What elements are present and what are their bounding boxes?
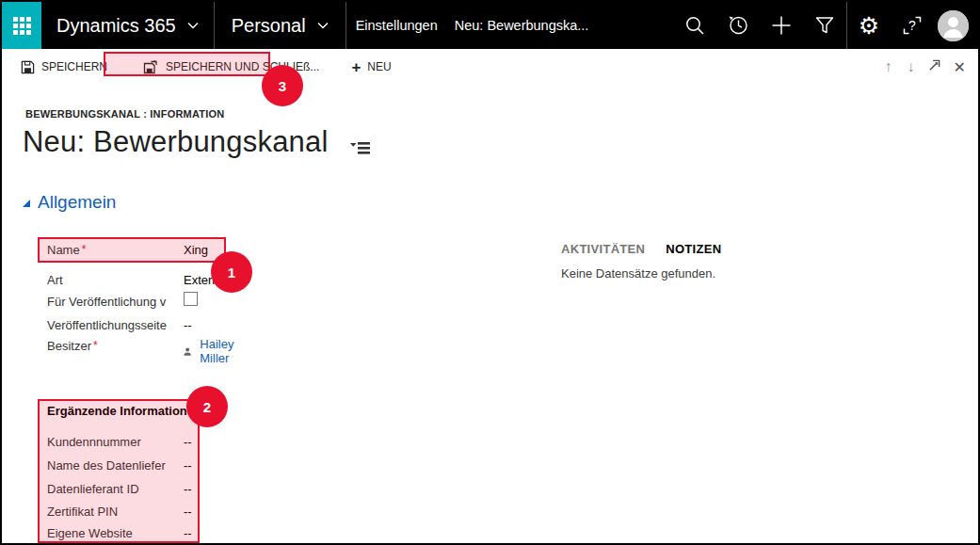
next-record-arrow-icon[interactable]: ↓ — [905, 58, 918, 75]
save-button-label: SPEICHERN — [41, 60, 107, 73]
divider — [345, 2, 346, 49]
section-allgemein-header[interactable]: Allgemein — [23, 192, 116, 213]
area-name-label: Personal — [232, 15, 306, 37]
entity-type-label: BEWERBUNGSKANAL : INFORMATION — [25, 108, 224, 120]
field-row-name: Name* Xing — [47, 243, 181, 257]
field-value-eigene-website[interactable]: -- — [184, 526, 192, 540]
field-row-veroeffentlichung: Für Veröffentlichung v — [47, 295, 181, 309]
save-and-close-button-label: SPEICHERN UND SCHLIEß... — [166, 60, 319, 73]
field-label-besitzer: Besitzer* — [47, 339, 181, 353]
required-marker: * — [82, 243, 87, 256]
save-button[interactable]: SPEICHERN — [9, 53, 119, 81]
field-row-datenlieferant-name: Name des Datenliefer -- — [47, 458, 181, 473]
search-icon[interactable] — [673, 2, 716, 49]
collapse-triangle-icon — [23, 200, 30, 207]
related-tabs: AKTIVITÄTEN NOTIZEN — [561, 242, 721, 256]
tab-notizen[interactable]: NOTIZEN — [666, 242, 721, 256]
save-and-close-button[interactable]: SPEICHERN UND SCHLIEß... — [132, 53, 330, 81]
field-row-eigene-website: Eigene Website -- — [47, 526, 181, 540]
field-value-name[interactable]: Xing — [184, 243, 208, 257]
field-label-veroeffentlichung: Für Veröffentlichung v — [47, 295, 181, 309]
area-switcher-personal[interactable]: Personal — [232, 15, 329, 37]
empty-records-message: Keine Datensätze gefunden. — [561, 266, 715, 281]
new-button[interactable]: + NEU — [340, 53, 402, 81]
filter-funnel-icon[interactable] — [803, 2, 846, 49]
field-row-zertifikat-pin: Zertifikat PIN -- — [47, 505, 181, 519]
field-label-name: Name* — [47, 243, 181, 257]
settings-gear-icon[interactable]: ⚙ — [847, 2, 891, 49]
user-avatar[interactable] — [938, 10, 969, 41]
field-row-art: Art Extern — [47, 273, 181, 287]
close-icon[interactable]: ✕ — [951, 58, 969, 76]
dynamics-365-window: Dynamics 365 Personal Einstellungen Neu:… — [0, 0, 980, 545]
app-name-label: Dynamics 365 — [56, 15, 176, 37]
command-bar: SPEICHERN SPEICHERN UND SCHLIEß... + NEU… — [2, 49, 978, 85]
field-value-datenlieferant-name[interactable]: -- — [184, 458, 192, 473]
plus-icon: + — [351, 59, 361, 75]
required-marker: * — [93, 339, 98, 352]
divider — [214, 2, 215, 49]
field-value-art[interactable]: Extern — [184, 273, 219, 287]
field-label-eigene-website: Eigene Website — [47, 526, 181, 540]
veroeffentlichung-checkbox[interactable] — [184, 292, 198, 306]
field-row-veroeffentlichungsseite: Veröffentlichungsseite -- — [47, 318, 181, 332]
previous-record-arrow-icon[interactable]: ↑ — [882, 58, 895, 75]
help-icon[interactable]: ? — [891, 2, 934, 49]
app-switcher-dynamics365[interactable]: Dynamics 365 — [56, 15, 199, 37]
quick-create-plus-icon[interactable] — [760, 2, 803, 49]
new-button-label: NEU — [367, 60, 391, 73]
field-value-datenlieferant-id[interactable]: -- — [184, 482, 192, 496]
field-row-datenlieferant-id: Datenlieferant ID -- — [47, 482, 181, 496]
field-row-besitzer: Besitzer* Hailey Miller — [47, 339, 181, 353]
top-navigation-bar: Dynamics 365 Personal Einstellungen Neu:… — [2, 2, 978, 49]
field-value-veroeffentlichungsseite[interactable]: -- — [184, 318, 192, 332]
section-allgemein-label: Allgemein — [38, 192, 116, 213]
field-label-datenlieferant-id: Datenlieferant ID — [47, 482, 181, 496]
save-icon — [21, 60, 35, 74]
recently-viewed-icon[interactable] — [716, 2, 760, 49]
svg-text:?: ? — [908, 18, 916, 33]
avatar-silhouette-icon — [938, 10, 969, 41]
field-label-art: Art — [47, 273, 181, 287]
chevron-down-icon — [317, 22, 329, 29]
field-label-veroeffentlichungsseite: Veröffentlichungsseite — [47, 318, 181, 332]
waffle-icon — [13, 17, 31, 35]
app-launcher-button[interactable] — [2, 2, 41, 49]
breadcrumb-einstellungen[interactable]: Einstellungen — [356, 18, 438, 33]
field-label-datenlieferant-name: Name des Datenliefer — [47, 458, 181, 473]
save-and-close-icon — [143, 59, 159, 74]
field-label-zertifikat-pin: Zertifikat PIN — [47, 505, 181, 519]
subsection-title: Ergänzende Informationen — [47, 404, 201, 418]
breadcrumb-current-record[interactable]: Neu: Bewerbungska... — [455, 18, 589, 33]
tab-aktivitaeten[interactable]: AKTIVITÄTEN — [561, 242, 645, 256]
field-row-kundennummer: Kundennnummer -- — [47, 435, 181, 449]
chevron-down-icon — [187, 22, 199, 29]
person-icon — [184, 345, 191, 359]
pop-out-icon[interactable] — [927, 58, 941, 76]
form-selector-icon[interactable] — [350, 140, 371, 160]
field-value-zertifikat-pin[interactable]: -- — [184, 505, 192, 519]
page-title: Neu: Bewerbungskanal — [23, 125, 329, 159]
field-label-kundennummer: Kundennnummer — [47, 435, 181, 449]
field-value-kundennummer[interactable]: -- — [184, 435, 192, 449]
besitzer-lookup-link[interactable]: Hailey Miller — [200, 337, 239, 365]
